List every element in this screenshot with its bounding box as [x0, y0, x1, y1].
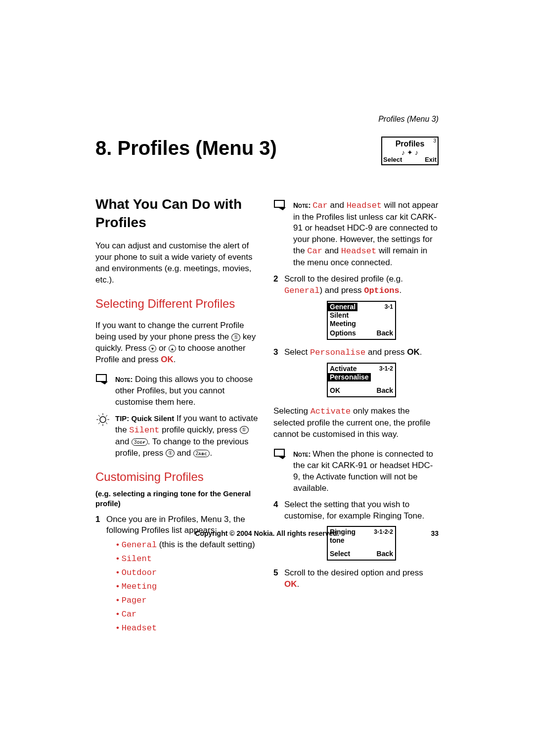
- left-column: What You Can Do withProfiles You can adj…: [95, 195, 261, 639]
- softkey-right: Exit: [425, 155, 437, 164]
- mini-title: Profiles: [382, 139, 438, 149]
- power-key-icon: ①: [166, 449, 175, 457]
- svg-rect-0: [96, 375, 106, 381]
- profiles-list: General (this is the default setting) Si…: [106, 539, 261, 634]
- phone-screen-1: 3-1 General Silent Meeting OptionsBack: [327, 301, 396, 340]
- steps-right-2: Select the setting that you wish to cust…: [273, 499, 439, 590]
- signal-level: 3: [433, 139, 436, 143]
- key-3-icon: 3ᴅᴇғ: [132, 438, 148, 446]
- svg-line-7: [106, 423, 107, 424]
- tip-callout: TIP: Quick Silent If you want to activat…: [95, 413, 261, 459]
- step-3: Select Personalise and press OK. 3-1-2 A…: [273, 347, 439, 397]
- selecting-para: If you want to change the current Profil…: [95, 320, 261, 366]
- note-icon: [273, 449, 288, 494]
- svg-line-6: [98, 415, 100, 417]
- step-5: Scroll to the desired option and press O…: [273, 567, 439, 590]
- tip-icon: [95, 413, 110, 459]
- chapter-row: 8. Profiles (Menu 3) 3 Profiles ♪ ✦ ♪ Se…: [95, 135, 439, 165]
- steps-right: Scroll to the desired profile (e.g. Gene…: [273, 274, 439, 397]
- section-what-you-can-do: What You Can Do withProfiles: [95, 195, 261, 233]
- intro-para: You can adjust and customise the alert o…: [95, 240, 261, 286]
- subhead-selecting: Selecting Different Profiles: [95, 296, 261, 312]
- phone-screen-2: 3-1-2 Activate Personalise OKBack: [327, 363, 396, 397]
- profiles-screen-mini: 3 Profiles ♪ ✦ ♪ Select Exit: [381, 137, 439, 165]
- running-header: Profiles (Menu 3): [95, 114, 439, 125]
- power-key-icon: ①: [231, 333, 240, 341]
- svg-line-9: [98, 423, 100, 424]
- svg-rect-11: [274, 449, 284, 456]
- right-column: Note: Car and Headset will not appear in…: [273, 195, 439, 639]
- svg-line-8: [106, 415, 107, 417]
- step-2: Scroll to the desired profile (e.g. Gene…: [273, 274, 439, 340]
- note-callout-1: Note: Doing this allows you to choose ot…: [95, 374, 261, 408]
- list-item: Outdoor: [116, 567, 261, 579]
- list-item: Silent: [116, 553, 261, 565]
- svg-rect-10: [274, 200, 284, 207]
- softkey-left: Select: [383, 155, 402, 164]
- subhead-customising: Customising Profiles: [95, 469, 261, 485]
- up-key-icon: ▴: [169, 345, 176, 352]
- list-item: Meeting: [116, 581, 261, 593]
- two-columns: What You Can Do withProfiles You can adj…: [95, 195, 439, 639]
- chapter-title: 8. Profiles (Menu 3): [95, 135, 277, 161]
- example-subhead: (e.g. selecting a ringing tone for the G…: [95, 489, 261, 509]
- list-item: General (this is the default setting): [116, 539, 261, 551]
- list-item: Headset: [116, 622, 261, 634]
- activate-note-para: Selecting Activate only makes the select…: [273, 406, 439, 440]
- page-number: 33: [419, 529, 439, 538]
- power-key-icon: ①: [240, 426, 249, 434]
- copyright: Copyright © 2004 Nokia. All rights reser…: [115, 529, 419, 538]
- down-key-icon: ▾: [149, 345, 156, 352]
- key-2-icon: 2ᴀʙᴄ: [193, 450, 210, 457]
- note-icon: [273, 200, 288, 269]
- note-icon: [95, 374, 110, 408]
- list-item: Pager: [116, 595, 261, 607]
- note-callout-2: Note: Car and Headset will not appear in…: [273, 200, 439, 269]
- svg-point-1: [100, 417, 106, 423]
- note-callout-3: Note: When the phone is connected to the…: [273, 449, 439, 494]
- list-item: Car: [116, 609, 261, 620]
- page-footer: Copyright © 2004 Nokia. All rights reser…: [0, 529, 534, 538]
